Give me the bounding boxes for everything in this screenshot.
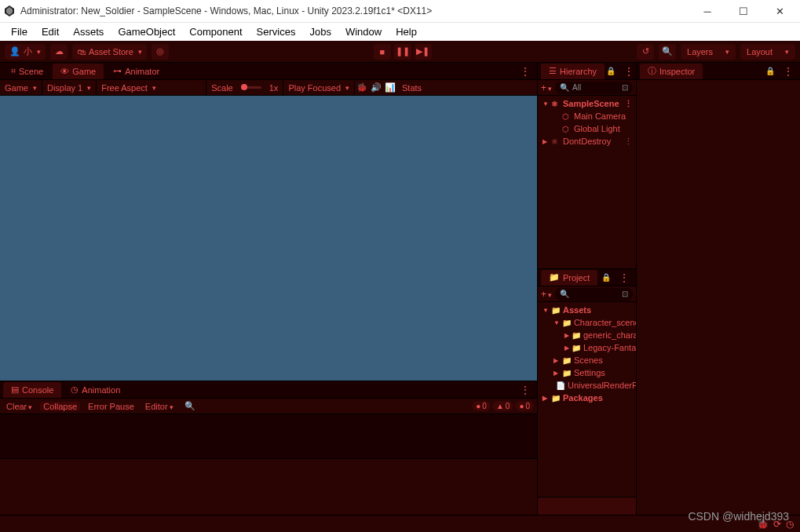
expand-arrow-icon[interactable]: ▶	[564, 344, 569, 352]
tree-item[interactable]: ▶📁Scenes	[538, 354, 636, 366]
expand-arrow-icon[interactable]: ▶	[553, 357, 560, 364]
search-filter-icon[interactable]: ⊡	[622, 290, 628, 298]
maximize-button[interactable]: ☐	[726, 1, 761, 21]
search-filter-icon[interactable]: ⊡	[622, 83, 628, 92]
account-dropdown[interactable]: 👤 小	[5, 44, 46, 60]
tree-item[interactable]: ▶📁Settings	[538, 366, 636, 379]
tree-item[interactable]: ▼⚛SampleScene⋮	[538, 97, 636, 110]
warn-count[interactable]: ▲0	[492, 401, 513, 411]
menu-gameobject[interactable]: GameObject	[111, 24, 181, 40]
undo-history-button[interactable]: ↺	[637, 44, 654, 60]
expand-arrow-icon[interactable]: ▼	[553, 319, 560, 326]
expand-arrow-icon[interactable]: ▼	[542, 307, 549, 314]
tab-animator[interactable]: ⊶Animator	[105, 64, 167, 79]
inspector-lock-icon[interactable]: 🔒	[765, 67, 775, 75]
project-tree[interactable]: ▼📁Assets▼📁Character_scene▶📁generic_chara…	[538, 302, 636, 497]
menu-help[interactable]: Help	[389, 24, 423, 40]
lock-icon[interactable]: 🔒	[606, 67, 616, 75]
item-menu-icon[interactable]: ⋮	[624, 137, 633, 147]
tab-game[interactable]: 👁Game	[53, 64, 104, 79]
expand-arrow-icon[interactable]: ▶	[553, 370, 560, 377]
error-pause-toggle[interactable]: Error Pause	[85, 402, 137, 411]
hierarchy-menu-icon[interactable]: ⋮	[620, 65, 637, 78]
menu-window[interactable]: Window	[339, 24, 388, 40]
tab-project[interactable]: 📁Project	[541, 270, 597, 286]
project-search[interactable]: 🔍⊡	[555, 288, 633, 301]
project-menu-icon[interactable]: ⋮	[616, 271, 633, 284]
tree-item[interactable]: ▼📁Assets	[538, 304, 636, 316]
tree-item[interactable]: ⬡Main Camera	[538, 110, 636, 122]
tree-item-label: Global Light	[574, 124, 620, 133]
item-menu-icon[interactable]: ⋮	[624, 99, 633, 109]
game-device-dropdown[interactable]: Game	[0, 80, 42, 95]
tree-item-label: Assets	[563, 305, 591, 315]
expand-arrow-icon[interactable]: ▼	[542, 100, 549, 107]
tab-menu-icon[interactable]: ⋮	[517, 65, 534, 78]
inspector-icon: ⓘ	[648, 65, 656, 77]
project-lock-icon[interactable]: 🔒	[601, 273, 611, 282]
menu-file[interactable]: File	[5, 24, 34, 40]
expand-arrow-icon[interactable]: ▶	[542, 138, 549, 145]
mute-audio-icon[interactable]: 🐞	[355, 82, 369, 93]
console-tab-menu-icon[interactable]: ⋮	[517, 384, 534, 396]
cloud-button[interactable]: ☁	[50, 44, 68, 60]
minimize-button[interactable]: ─	[690, 1, 725, 21]
tree-item[interactable]: ▶⚛DontDestroy⋮	[538, 135, 636, 148]
step-button[interactable]: ▶❚	[415, 44, 432, 60]
pause-button[interactable]: ❚❚	[394, 44, 411, 60]
game-viewport[interactable]	[0, 96, 537, 381]
collapse-toggle[interactable]: Collapse	[40, 402, 80, 411]
editor-dropdown[interactable]: Editor	[142, 402, 177, 411]
console-search-icon[interactable]: 🔍	[181, 401, 199, 411]
audio-icon[interactable]: 🔊	[369, 82, 383, 93]
menu-edit[interactable]: Edit	[35, 24, 65, 40]
menu-assets[interactable]: Assets	[67, 24, 110, 40]
tree-item[interactable]: ▶📁generic_character	[538, 329, 636, 341]
layers-dropdown[interactable]: Layers	[681, 44, 736, 60]
menu-services[interactable]: Services	[250, 24, 302, 40]
scale-slider[interactable]	[241, 86, 261, 89]
settings-button[interactable]: ◎	[152, 44, 169, 60]
menu-component[interactable]: Component	[183, 24, 248, 40]
clear-button[interactable]: Clear	[3, 402, 35, 411]
tree-item[interactable]: ▼📁Character_scene	[538, 316, 636, 329]
tab-animation[interactable]: ◷Animation	[63, 382, 128, 398]
gizmos-icon[interactable]: 📊	[383, 82, 397, 93]
stats-toggle[interactable]: Stats	[397, 80, 426, 95]
menu-jobs[interactable]: Jobs	[303, 24, 337, 40]
tree-item[interactable]: ⬡Global Light	[538, 122, 636, 135]
status-bug-icon[interactable]: 🐞	[757, 519, 769, 530]
hierarchy-tree[interactable]: ▼⚛SampleScene⋮⬡Main Camera⬡Global Light▶…	[538, 96, 636, 268]
search-icon: 🔍	[560, 83, 569, 92]
play-mode-dropdown[interactable]: Play Focused	[283, 80, 355, 95]
aspect-dropdown[interactable]: Free Aspect	[97, 80, 206, 95]
display-dropdown[interactable]: Display 1	[42, 80, 97, 95]
search-button[interactable]: 🔍	[659, 44, 676, 60]
inspector-menu-icon[interactable]: ⋮	[780, 65, 797, 78]
close-button[interactable]: ✕	[762, 1, 797, 21]
status-clock-icon[interactable]: ◷	[786, 519, 794, 530]
layout-dropdown[interactable]: Layout	[740, 44, 795, 60]
search-icon: 🔍	[560, 290, 569, 298]
console-log-area[interactable]	[0, 414, 537, 458]
tab-hierarchy[interactable]: ☰Hierarchy	[541, 64, 605, 79]
status-refresh-icon[interactable]: ⟳	[773, 519, 781, 530]
tree-item[interactable]: 📄UniversalRenderPipeline	[538, 379, 636, 392]
inspector-body[interactable]	[637, 80, 800, 532]
info-count[interactable]: ●0	[515, 401, 534, 411]
play-button[interactable]: ■	[374, 44, 391, 60]
expand-arrow-icon[interactable]: ▶	[564, 332, 569, 339]
error-count[interactable]: ●0	[472, 401, 491, 411]
tree-item[interactable]: ▶📁Packages	[538, 392, 636, 404]
tab-scene[interactable]: ⌗Scene	[3, 64, 51, 79]
asset-store-button[interactable]: 🛍 Asset Store	[72, 44, 147, 60]
tab-console[interactable]: ▤Console	[3, 382, 61, 398]
scale-label: Scale	[206, 80, 238, 95]
tab-inspector[interactable]: ⓘInspector	[640, 64, 703, 79]
project-create-dropdown[interactable]: +	[541, 289, 552, 300]
expand-arrow-icon[interactable]: ▶	[542, 395, 549, 402]
create-dropdown[interactable]: +	[541, 82, 552, 93]
tree-item[interactable]: ▶📁Legacy-Fantasy	[538, 341, 636, 354]
scene-icon: ⚛	[551, 137, 561, 146]
hierarchy-search[interactable]: 🔍All⊡	[555, 82, 633, 94]
